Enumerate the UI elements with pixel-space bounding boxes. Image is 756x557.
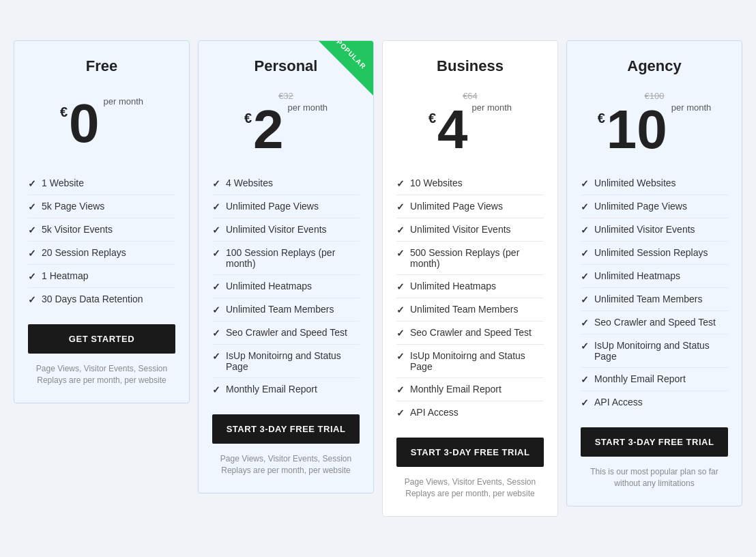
price-display: € 2 per month [244, 102, 328, 157]
feature-item: ✓ Unlimited Session Replays [581, 242, 728, 265]
check-icon: ✓ [28, 294, 36, 305]
feature-item: ✓ Unlimited Page Views [212, 195, 360, 218]
feature-item: ✓ IsUp Monitoirng and Status Page [581, 334, 728, 368]
feature-text: API Access [594, 397, 643, 408]
cta-button[interactable]: START 3-DAY FREE TRIAL [581, 427, 728, 457]
check-icon: ✓ [28, 178, 36, 189]
feature-text: 1 Website [42, 177, 84, 188]
feature-item: ✓ IsUp Monitoirng and Status Page [396, 345, 544, 378]
feature-item: ✓ 1 Website [28, 172, 175, 195]
feature-text: Unlimited Page Views [410, 201, 503, 212]
check-icon: ✓ [212, 225, 220, 235]
feature-item: ✓ 1 Heatmap [28, 265, 175, 288]
price-area: €64 € 4 per month [396, 86, 544, 161]
price-area: € 0 per month [28, 86, 175, 161]
feature-text: Unlimited Visitor Events [594, 224, 695, 235]
check-icon: ✓ [581, 178, 589, 189]
feature-item: ✓ 30 Days Data Retention [28, 288, 175, 311]
check-icon: ✓ [396, 178, 405, 189]
feature-item: ✓ API Access [581, 391, 728, 414]
check-icon: ✓ [396, 248, 405, 259]
check-icon: ✓ [581, 341, 589, 352]
price-number: 4 [437, 102, 468, 157]
cta-button[interactable]: START 3-DAY FREE TRIAL [212, 414, 360, 444]
feature-item: ✓ API Access [396, 401, 544, 424]
feature-text: Unlimited Team Members [594, 294, 702, 304]
currency-symbol: € [60, 96, 68, 120]
check-icon: ✓ [212, 178, 220, 189]
check-icon: ✓ [212, 384, 220, 395]
footer-note: Page Views, Visitor Events, Session Repl… [396, 476, 544, 500]
plan-card-free: Free € 0 per month ✓ 1 Website ✓ 5k Page… [14, 40, 190, 403]
feature-item: ✓ Seo Crawler and Speed Test [581, 311, 728, 334]
feature-text: Monthly Email Report [410, 384, 501, 395]
price-display: € 10 per month [598, 102, 712, 157]
feature-text: 10 Websites [410, 177, 463, 188]
check-icon: ✓ [396, 225, 405, 235]
feature-text: 5k Visitor Events [42, 224, 113, 235]
check-icon: ✓ [396, 351, 405, 362]
footer-note: This is our most popular plan so far wit… [581, 466, 728, 489]
check-icon: ✓ [396, 408, 405, 418]
price-area: €32 € 2 per month [212, 86, 360, 161]
feature-text: Seo Crawler and Speed Test [594, 317, 716, 328]
feature-text: Unlimited Session Replays [594, 247, 708, 258]
price-area: €100 € 10 per month [581, 86, 728, 161]
feature-item: ✓ Unlimited Heatmaps [396, 275, 544, 298]
check-icon: ✓ [581, 248, 589, 259]
cta-button[interactable]: START 3-DAY FREE TRIAL [396, 438, 544, 467]
feature-text: Seo Crawler and Speed Test [410, 327, 532, 338]
feature-text: Unlimited Visitor Events [226, 224, 327, 235]
feature-item: ✓ Monthly Email Report [581, 368, 728, 391]
check-icon: ✓ [396, 384, 405, 395]
check-icon: ✓ [581, 294, 589, 305]
footer-note: Page Views, Visitor Events, Session Repl… [28, 363, 175, 386]
pricing-container: Free € 0 per month ✓ 1 Website ✓ 5k Page… [14, 40, 742, 517]
features-list: ✓ 4 Websites ✓ Unlimited Page Views ✓ Un… [212, 172, 360, 401]
check-icon: ✓ [212, 328, 220, 339]
feature-text: IsUp Monitoirng and Status Page [594, 340, 728, 362]
check-icon: ✓ [581, 271, 589, 282]
feature-text: 1 Heatmap [42, 270, 88, 281]
feature-item: ✓ Unlimited Visitor Events [396, 218, 544, 242]
check-icon: ✓ [28, 248, 36, 259]
price-number: 0 [69, 96, 100, 151]
footer-note: Page Views, Visitor Events, Session Repl… [212, 453, 360, 476]
feature-item: ✓ Unlimited Visitor Events [212, 218, 360, 242]
feature-text: 4 Websites [226, 177, 273, 188]
check-icon: ✓ [212, 248, 220, 259]
feature-item: ✓ Monthly Email Report [212, 378, 360, 401]
price-display: € 4 per month [428, 102, 512, 157]
feature-item: ✓ Unlimited Page Views [581, 195, 728, 218]
check-icon: ✓ [28, 225, 36, 235]
cta-button[interactable]: GET STARTED [28, 324, 175, 354]
feature-item: ✓ 4 Websites [212, 172, 360, 195]
check-icon: ✓ [396, 201, 405, 212]
feature-text: Unlimited Websites [594, 177, 676, 188]
feature-text: IsUp Monitoirng and Status Page [410, 350, 544, 372]
currency-symbol: € [428, 102, 436, 126]
features-list: ✓ 10 Websites ✓ Unlimited Page Views ✓ U… [396, 172, 544, 424]
feature-text: Seo Crawler and Speed Test [226, 327, 347, 338]
feature-item: ✓ 100 Session Replays (per month) [212, 242, 360, 275]
feature-item: ✓ Monthly Email Report [396, 378, 544, 401]
plan-name: Free [28, 57, 175, 75]
check-icon: ✓ [396, 304, 405, 315]
features-list: ✓ Unlimited Websites ✓ Unlimited Page Vi… [581, 172, 728, 414]
plan-card-personal: POPULAR Personal €32 € 2 per month ✓ 4 W… [198, 40, 374, 494]
check-icon: ✓ [581, 317, 589, 328]
currency-symbol: € [244, 102, 252, 126]
price-number: 10 [607, 102, 667, 157]
feature-text: Unlimited Heatmaps [226, 281, 312, 291]
feature-text: Unlimited Heatmaps [594, 270, 680, 281]
feature-item: ✓ Unlimited Heatmaps [212, 275, 360, 298]
feature-text: IsUp Monitoirng and Status Page [226, 350, 360, 372]
check-icon: ✓ [581, 225, 589, 235]
feature-item: ✓ Seo Crawler and Speed Test [396, 322, 544, 345]
price-display: € 0 per month [60, 96, 143, 151]
feature-text: Unlimited Heatmaps [410, 281, 496, 291]
check-icon: ✓ [396, 281, 405, 292]
feature-item: ✓ 10 Websites [396, 172, 544, 195]
feature-item: ✓ 500 Session Replays (per month) [396, 242, 544, 275]
per-month-inline: per month [472, 102, 512, 114]
